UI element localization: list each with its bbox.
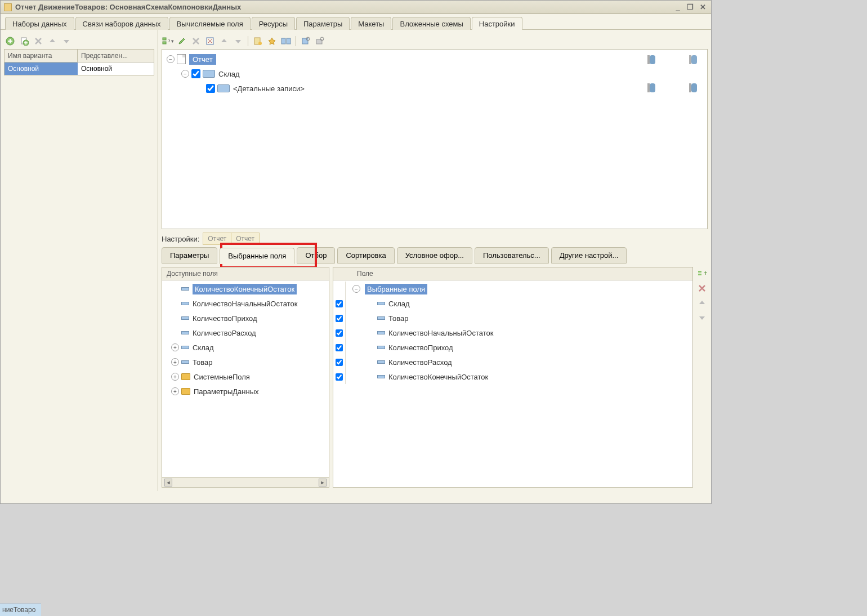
main-tab-3[interactable]: Ресурсы: [252, 17, 295, 30]
horizontal-scrollbar[interactable]: ◄ ►: [162, 477, 329, 487]
expand-icon[interactable]: +: [171, 358, 179, 366]
field-icon: [377, 346, 385, 349]
main-tab-6[interactable]: Вложенные схемы: [392, 17, 470, 30]
add-element-icon[interactable]: ▾: [162, 35, 174, 47]
selected-field-row[interactable]: Товар: [333, 311, 692, 325]
collapse-icon[interactable]: −: [352, 285, 360, 293]
main-tab-1[interactable]: Связи наборов данных: [75, 17, 168, 30]
wizard1-icon[interactable]: [252, 35, 264, 47]
up-icon[interactable]: [218, 35, 230, 47]
available-field-row[interactable]: КоличествоКонечныйОстаток: [162, 282, 329, 296]
collapse-icon[interactable]: −: [181, 70, 189, 78]
wizard2-icon[interactable]: [266, 35, 278, 47]
available-field-row[interactable]: +Склад: [162, 340, 329, 355]
action-icon-1[interactable]: [647, 54, 658, 65]
sub-tab-2[interactable]: Отбор: [297, 247, 335, 264]
move-down-icon[interactable]: [60, 35, 73, 47]
selected-field-row[interactable]: Склад: [333, 296, 692, 311]
tree-root[interactable]: − Отчет: [164, 52, 705, 66]
selected-field-row[interactable]: КоличествоКонечныйОстаток: [333, 369, 692, 384]
structure-toolbar: ▾: [162, 33, 708, 49]
main-tab-2[interactable]: Вычисляемые поля: [169, 17, 251, 30]
sub-tab-6[interactable]: Другие настрой...: [551, 247, 627, 264]
main-tab-5[interactable]: Макеты: [351, 17, 391, 30]
variant-name-cell[interactable]: Основной: [5, 63, 78, 75]
main-tab-4[interactable]: Параметры: [296, 17, 350, 30]
add-field-icon[interactable]: +: [696, 268, 708, 279]
down-icon[interactable]: [232, 35, 244, 47]
collapse-icon: [171, 314, 179, 322]
field-checkbox[interactable]: [336, 300, 343, 307]
move-up-icon[interactable]: [46, 35, 59, 47]
available-field-row[interactable]: КоличествоНачальныйОстаток: [162, 296, 329, 311]
field-checkbox[interactable]: [336, 359, 343, 366]
col-variant-name[interactable]: Имя варианта: [5, 50, 78, 62]
field-checkbox[interactable]: [336, 315, 343, 322]
variant-row[interactable]: Основной Основной: [5, 63, 154, 75]
gear1-icon[interactable]: [300, 35, 312, 47]
expand-icon[interactable]: +: [171, 387, 179, 395]
sub-tab-4[interactable]: Условное офор...: [397, 247, 472, 264]
titlebar: Отчет ДвижениеТоваров: ОсновнаяСхемаКомп…: [1, 1, 711, 14]
maximize-button[interactable]: ❐: [685, 3, 695, 12]
gear2-icon[interactable]: [314, 35, 326, 47]
breadcrumb-item[interactable]: Отчет: [203, 233, 231, 244]
field-checkbox[interactable]: [336, 329, 343, 337]
available-field-row[interactable]: КоличествоРасход: [162, 325, 329, 340]
delete2-icon[interactable]: [190, 35, 202, 47]
svg-rect-14: [698, 271, 701, 273]
add-copy-icon[interactable]: [18, 35, 30, 47]
main-tab-0[interactable]: Наборы данных: [5, 17, 74, 30]
tree-root-label: Отчет: [189, 54, 216, 65]
main-tab-7[interactable]: Настройки: [472, 17, 522, 30]
minimize-button[interactable]: _: [673, 3, 683, 12]
col-presentation[interactable]: Представлен...: [78, 50, 154, 62]
available-field-row[interactable]: +Товар: [162, 355, 329, 369]
available-field-row[interactable]: КоличествоПриход: [162, 311, 329, 325]
field-up-icon[interactable]: [696, 297, 708, 309]
field-checkbox[interactable]: [336, 373, 343, 381]
delete-icon[interactable]: [32, 35, 44, 47]
config-icon[interactable]: [204, 35, 216, 47]
available-field-row[interactable]: +ПараметрыДанных: [162, 384, 329, 399]
sub-tab-3[interactable]: Сортировка: [337, 247, 394, 264]
add-icon[interactable]: [4, 35, 16, 47]
remove-field-icon[interactable]: [696, 283, 708, 294]
tree-node-warehouse[interactable]: − Склад: [164, 66, 705, 81]
field-checkbox[interactable]: [336, 344, 343, 351]
action-icon-3[interactable]: [647, 82, 658, 93]
svg-point-7: [258, 42, 262, 45]
tree-node-details[interactable]: <Детальные записи>: [164, 81, 705, 96]
expand-icon[interactable]: +: [171, 373, 179, 381]
selected-field-row[interactable]: КоличествоПриход: [333, 340, 692, 355]
settings-panel: ▾ − Отчет: [158, 30, 711, 491]
variant-presentation-cell[interactable]: Основной: [78, 63, 154, 75]
selected-fields-panel: Поле −Выбранные поляСкладТоварКоличество…: [333, 267, 693, 488]
node-checkbox[interactable]: [206, 84, 215, 93]
selected-field-row[interactable]: КоличествоНачальныйОстаток: [333, 325, 692, 340]
sub-tab-0[interactable]: Параметры: [162, 247, 217, 264]
close-button[interactable]: ✕: [698, 3, 708, 12]
breadcrumb-item[interactable]: Отчет: [231, 233, 259, 244]
scroll-right-icon[interactable]: ►: [319, 479, 327, 486]
field-icon: [181, 346, 189, 349]
selected-field-row[interactable]: КоличествоРасход: [333, 355, 692, 369]
action-icon-2[interactable]: [689, 54, 699, 65]
selected-fields-list[interactable]: −Выбранные поляСкладТоварКоличествоНачал…: [333, 280, 692, 487]
sub-tab-5[interactable]: Пользовательс...: [475, 247, 549, 264]
field-down-icon[interactable]: [696, 312, 708, 323]
edit-icon[interactable]: [176, 35, 188, 47]
node-checkbox[interactable]: [191, 69, 200, 78]
field-label: СистемныеПоля: [194, 373, 250, 381]
wizard3-icon[interactable]: [280, 35, 292, 47]
expand-icon[interactable]: +: [171, 343, 179, 351]
scroll-left-icon[interactable]: ◄: [164, 479, 172, 486]
selected-side-buttons: +: [696, 267, 708, 488]
available-fields-list[interactable]: КоличествоКонечныйОстатокКоличествоНачал…: [162, 280, 329, 477]
action-icon-4[interactable]: [689, 82, 699, 93]
collapse-icon[interactable]: −: [167, 55, 175, 63]
selected-group-row[interactable]: −Выбранные поля: [333, 282, 692, 296]
available-field-row[interactable]: +СистемныеПоля: [162, 369, 329, 384]
sub-tab-1[interactable]: Выбранные поля: [220, 248, 294, 264]
field-icon: [377, 302, 385, 305]
